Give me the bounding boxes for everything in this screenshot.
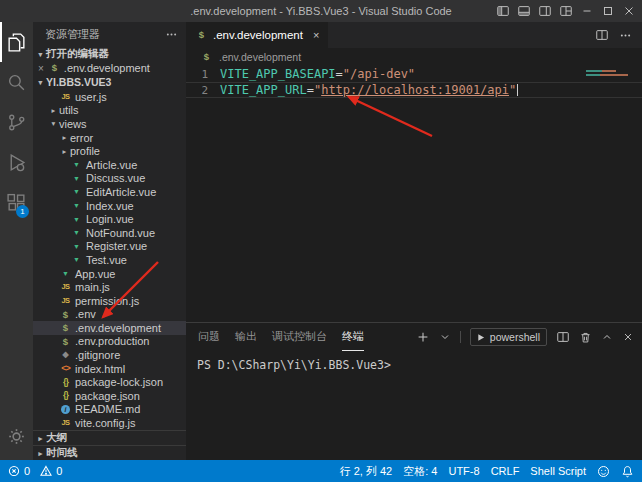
text-cursor	[517, 84, 518, 96]
maximize-button[interactable]	[598, 2, 617, 20]
tree-item-test-vue[interactable]: ▼Test.vue	[33, 253, 186, 267]
tree-item-readme-md[interactable]: iREADME.md	[33, 403, 186, 417]
split-terminal-icon[interactable]	[556, 330, 570, 344]
open-editors-header[interactable]: ▾ 打开的编辑器	[33, 46, 186, 62]
panel-tab-调试控制台[interactable]: 调试控制台	[272, 323, 327, 351]
tree-item-env-production[interactable]: $.env.production	[33, 335, 186, 349]
env-file-icon: $	[200, 52, 213, 62]
code-editor[interactable]: 1VITE_APP_BASEAPI="/api-dev"2VITE_APP_UR…	[186, 66, 642, 322]
activity-search[interactable]	[0, 62, 33, 102]
file-label: README.md	[75, 403, 140, 415]
js-file-icon: JS	[59, 283, 72, 291]
toggle-sidebar-icon[interactable]	[493, 2, 512, 20]
tree-item-profile[interactable]: ▸profile	[33, 144, 186, 158]
vue-file-icon: ▼	[70, 216, 83, 223]
url-link[interactable]: http://localhost:19001/api	[321, 83, 509, 97]
project-header[interactable]: ▾ YI.BBS.VUE3	[33, 74, 186, 90]
problems-status[interactable]: 0 0	[8, 465, 68, 477]
explorer-icon	[6, 32, 27, 53]
file-label: .env.production	[75, 335, 149, 347]
close-window-button[interactable]	[619, 2, 638, 20]
chevron-collapsed-icon: ▸	[59, 133, 70, 142]
sidebar-title-bar: 资源管理器	[33, 22, 186, 46]
panel-tab-终端[interactable]: 终端	[342, 323, 364, 351]
file-label: Discuss.vue	[86, 172, 145, 184]
terminal-tab-powershell[interactable]: powershell	[470, 328, 547, 346]
activity-source-control[interactable]	[0, 102, 33, 142]
chevron-collapsed-icon: ▸	[35, 434, 46, 443]
panel-tab-输出[interactable]: 输出	[235, 323, 257, 351]
tree-item-package-json[interactable]: {}package.json	[33, 389, 186, 403]
toggle-panel-icon[interactable]	[514, 2, 533, 20]
tree-item-permission-js[interactable]: JSpermission.js	[33, 294, 186, 308]
more-actions-icon[interactable]	[165, 28, 178, 41]
close-tab-icon[interactable]: ×	[313, 29, 319, 41]
toggle-secondary-sidebar-icon[interactable]	[535, 2, 554, 20]
file-label: App.vue	[75, 268, 115, 280]
code-line-2: 2VITE_APP_URL="http://localhost:19001/ap…	[186, 82, 642, 98]
kill-terminal-icon[interactable]	[579, 331, 592, 344]
tree-item-editarticle-vue[interactable]: ▼EditArticle.vue	[33, 185, 186, 199]
warning-icon	[40, 465, 52, 477]
tab-env-development[interactable]: $ .env.development ×	[186, 22, 328, 48]
error-icon	[8, 465, 20, 477]
tree-item-index-html[interactable]: <>index.html	[33, 362, 186, 376]
tree-item-article-vue[interactable]: ▼Article.vue	[33, 158, 186, 172]
activity-run-debug[interactable]	[0, 142, 33, 182]
more-actions-icon[interactable]	[619, 29, 632, 42]
activity-extensions[interactable]: 1	[0, 182, 33, 222]
sidebar-explorer: 资源管理器 ▾ 打开的编辑器 ×$.env.development ▾ YI.B…	[33, 22, 186, 460]
chevron-down-icon[interactable]	[439, 331, 451, 343]
env-file-icon: $	[59, 310, 72, 320]
minimize-button[interactable]	[577, 2, 596, 20]
tree-item-utils[interactable]: ▸utils	[33, 104, 186, 118]
tree-item-env[interactable]: $.env	[33, 308, 186, 322]
file-label: views	[59, 118, 87, 130]
tree-item-index-vue[interactable]: ▼Index.vue	[33, 199, 186, 213]
split-editor-icon[interactable]	[595, 28, 609, 42]
tree-item-vite-config-js[interactable]: JSvite.config.js	[33, 416, 186, 430]
customize-layout-icon[interactable]	[556, 2, 575, 20]
close-panel-icon[interactable]	[622, 331, 634, 343]
new-terminal-icon[interactable]	[416, 330, 430, 344]
tree-item-app-vue[interactable]: ▼App.vue	[33, 267, 186, 281]
file-label: .gitignore	[75, 349, 120, 361]
file-label: Article.vue	[86, 159, 137, 171]
open-editor-item-env-development[interactable]: ×$.env.development	[33, 62, 186, 74]
activity-explorer[interactable]	[0, 22, 33, 62]
tree-item-env-development[interactable]: $.env.development	[33, 321, 186, 335]
tree-item-login-vue[interactable]: ▼Login.vue	[33, 212, 186, 226]
tree-item-package-lock-json[interactable]: {}package-lock.json	[33, 375, 186, 389]
tree-item-error[interactable]: ▸error	[33, 131, 186, 145]
feedback-smiley-icon[interactable]	[597, 465, 610, 478]
tree-item-main-js[interactable]: JSmain.js	[33, 280, 186, 294]
minimap[interactable]	[586, 70, 628, 76]
chevron-collapsed-icon: ▸	[48, 106, 59, 115]
tree-item-user-js[interactable]: JSuser.js	[33, 90, 186, 104]
cursor-position[interactable]: 行 2, 列 42	[340, 464, 393, 479]
eol-sequence[interactable]: CRLF	[491, 465, 520, 477]
terminal[interactable]: PS D:\CSharp\Yi\Yi.BBS.Vue3>	[186, 351, 642, 460]
panel-tab-问题[interactable]: 问题	[198, 323, 220, 351]
tree-item-views[interactable]: ▾views	[33, 117, 186, 131]
tree-item-notfound-vue[interactable]: ▼NotFound.vue	[33, 226, 186, 240]
tree-item-discuss-vue[interactable]: ▼Discuss.vue	[33, 172, 186, 186]
gear-icon	[6, 426, 27, 447]
language-mode[interactable]: Shell Script	[530, 465, 586, 477]
encoding[interactable]: UTF-8	[448, 465, 479, 477]
maximize-panel-icon[interactable]	[601, 331, 613, 343]
breadcrumb[interactable]: $ .env.development	[186, 48, 642, 66]
breadcrumb-item[interactable]: .env.development	[219, 51, 301, 63]
file-label: Index.vue	[86, 200, 134, 212]
file-label: index.html	[75, 363, 125, 375]
notifications-bell-icon[interactable]	[621, 465, 634, 478]
js-file-icon: JS	[59, 419, 72, 427]
close-editor-icon[interactable]: ×	[38, 63, 44, 74]
timeline-header[interactable]: ▸ 时间线	[33, 445, 186, 460]
activity-bar: 1	[0, 22, 33, 460]
activity-settings[interactable]	[0, 416, 33, 456]
indentation[interactable]: 空格: 4	[403, 464, 437, 479]
tree-item-register-vue[interactable]: ▼Register.vue	[33, 240, 186, 254]
outline-header[interactable]: ▸ 大纲	[33, 430, 186, 445]
tree-item-gitignore[interactable]: ◆.gitignore	[33, 348, 186, 362]
